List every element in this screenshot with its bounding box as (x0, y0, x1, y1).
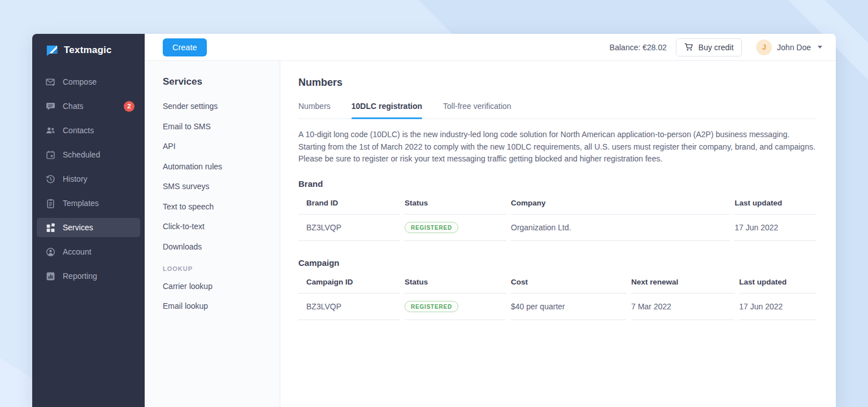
column-header-last-updated: Last updated (735, 191, 817, 215)
column-header-status: Status (405, 270, 506, 294)
user-name: John Doe (777, 43, 811, 52)
history-icon (46, 174, 55, 184)
sidebar-item-label: Contacts (63, 126, 94, 135)
services-icon (46, 223, 55, 233)
status-badge: REGISTERED (405, 222, 458, 233)
services-menu-item-email-to-sms[interactable]: Email to SMS (163, 122, 266, 131)
sidebar-item-history[interactable]: History (37, 169, 140, 189)
content: Numbers Numbers 10DLC registration Toll-… (280, 61, 836, 407)
campaign-last-updated-cell: 17 Jun 2022 (739, 294, 817, 320)
column-header-next-renewal: Next renewal (631, 270, 735, 294)
column-header-brand-id: Brand ID (298, 191, 400, 215)
brand-company-cell: Organization Ltd. (511, 215, 730, 241)
services-menu-item-click-to-text[interactable]: Click-to-text (163, 222, 266, 231)
buy-credit-label: Buy credit (698, 43, 734, 52)
topbar-right: Balance: €28.02 Buy credit J John Doe (610, 38, 822, 56)
sidebar-item-templates[interactable]: Templates (37, 194, 140, 213)
sidebar-item-label: Templates (63, 199, 99, 208)
services-menu-item-sender-settings[interactable]: Sender settings (163, 102, 266, 111)
services-menu-item-downloads[interactable]: Downloads (163, 242, 266, 251)
chats-icon (46, 102, 55, 111)
services-menu-item-email-lookup[interactable]: Email lookup (163, 301, 266, 310)
sidebar-item-compose[interactable]: Compose (37, 72, 140, 91)
create-button[interactable]: Create (163, 38, 207, 56)
campaign-table-row: BZ3LVQP REGISTERED $40 per quarter 7 Mar… (298, 294, 817, 320)
services-submenu-title: Services (163, 76, 266, 87)
services-menu-item-text-to-speech[interactable]: Text to speech (163, 202, 266, 211)
brand-section-heading: Brand (298, 179, 817, 189)
account-icon (46, 247, 55, 257)
column-header-company: Company (511, 191, 730, 215)
chats-unread-badge: 2 (124, 101, 134, 112)
reporting-icon (46, 272, 55, 281)
brand-table-row: BZ3LVQP REGISTERED Organization Ltd. 17 … (298, 215, 817, 241)
chevron-down-icon (818, 46, 822, 49)
brand-name: Textmagic (64, 45, 112, 56)
sidebar-item-label: Scheduled (63, 150, 100, 159)
tab-10dlc-registration[interactable]: 10DLC registration (351, 102, 422, 119)
services-menu-item-sms-surveys[interactable]: SMS surveys (163, 182, 266, 191)
avatar: J (756, 40, 772, 55)
sidebar-item-label: Services (63, 223, 93, 232)
sidebar-item-label: Chats (63, 102, 84, 111)
campaign-table: Campaign ID Status Cost Next renewal Las… (294, 270, 821, 320)
topbar: Create Balance: €28.02 Buy credit J John… (145, 34, 836, 61)
sidebar-item-reporting[interactable]: Reporting (37, 266, 140, 286)
lookup-section-label: LOOKUP (163, 265, 266, 272)
sidebar-item-account[interactable]: Account (37, 242, 140, 261)
page-title: Numbers (298, 77, 817, 89)
scheduled-icon (46, 150, 55, 160)
campaign-next-renewal-cell: 7 Mar 2022 (631, 294, 735, 320)
textmagic-logo-icon (46, 44, 58, 56)
app-main-area: Create Balance: €28.02 Buy credit J John… (145, 34, 836, 407)
campaign-table-header-row: Campaign ID Status Cost Next renewal Las… (298, 270, 817, 294)
sidebar-item-contacts[interactable]: Contacts (37, 121, 140, 140)
tab-toll-free-verification[interactable]: Toll-free verification (443, 102, 511, 119)
app-window: Textmagic Compose Chats 2 (32, 34, 836, 407)
cart-icon (684, 43, 693, 51)
brand-table-header-row: Brand ID Status Company Last updated (298, 191, 817, 215)
column-header-cost: Cost (511, 270, 627, 294)
user-menu[interactable]: J John Doe (756, 40, 822, 55)
column-header-campaign-id: Campaign ID (298, 270, 400, 294)
column-header-status: Status (405, 191, 506, 215)
tab-numbers[interactable]: Numbers (298, 102, 331, 119)
buy-credit-button[interactable]: Buy credit (676, 38, 742, 56)
10dlc-description: A 10-digit long code (10DLC) is the new … (298, 129, 817, 165)
sidebar-nav: Compose Chats 2 (32, 68, 145, 291)
balance-label: Balance: €28.02 (610, 43, 667, 52)
status-badge: REGISTERED (405, 301, 458, 312)
tabs: Numbers 10DLC registration Toll-free ver… (298, 102, 817, 119)
campaign-section-heading: Campaign (298, 258, 817, 268)
sidebar-item-services[interactable]: Services (37, 218, 140, 237)
templates-icon (46, 199, 55, 208)
services-menu-item-automation-rules[interactable]: Automation rules (163, 162, 266, 171)
brand-last-updated-cell: 17 Jun 2022 (735, 215, 817, 241)
services-menu-item-carrier-lookup[interactable]: Carrier lookup (163, 282, 266, 291)
contacts-icon (46, 126, 55, 135)
brand-id-cell: BZ3LVQP (298, 215, 400, 241)
campaign-status-cell: REGISTERED (405, 294, 506, 320)
brand-table: Brand ID Status Company Last updated BZ3… (294, 191, 821, 241)
sidebar-item-scheduled[interactable]: Scheduled (37, 145, 140, 164)
sidebar-item-label: Compose (63, 77, 97, 86)
brand-logo[interactable]: Textmagic (32, 34, 145, 68)
campaign-id-cell: BZ3LVQP (298, 294, 400, 320)
services-submenu: Services Sender settings Email to SMS AP… (145, 61, 280, 407)
sidebar-item-label: Account (63, 247, 92, 256)
sidebar-item-chats[interactable]: Chats 2 (37, 97, 140, 116)
brand-status-cell: REGISTERED (405, 215, 506, 241)
sidebar-item-label: Reporting (63, 272, 97, 281)
sidebar-item-label: History (63, 174, 88, 183)
services-menu-item-api[interactable]: API (163, 142, 266, 151)
column-header-last-updated: Last updated (739, 270, 817, 294)
sidebar: Textmagic Compose Chats 2 (32, 34, 145, 407)
compose-icon (46, 77, 55, 87)
campaign-cost-cell: $40 per quarter (511, 294, 627, 320)
